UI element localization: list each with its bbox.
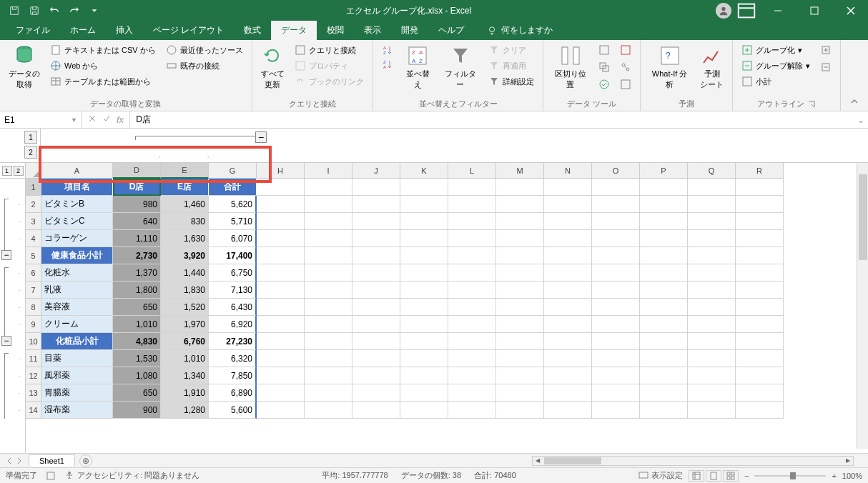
ribbon-display-icon[interactable] [736, 0, 757, 21]
empty-cell[interactable] [496, 230, 544, 247]
tab-home[interactable]: ホーム [60, 21, 106, 40]
empty-cell[interactable] [352, 384, 400, 402]
empty-cell[interactable] [305, 179, 352, 196]
empty-cell[interactable] [544, 196, 592, 213]
tab-help[interactable]: ヘルプ [428, 21, 474, 40]
total-cell[interactable]: 5,600 [209, 402, 257, 419]
empty-cell[interactable] [544, 247, 592, 264]
text-to-columns-button[interactable]: 区切り位置 [549, 43, 591, 91]
page-break-view-button[interactable] [723, 470, 739, 482]
empty-cell[interactable] [496, 350, 544, 367]
empty-cell[interactable] [400, 350, 448, 367]
empty-cell[interactable] [400, 282, 448, 299]
empty-cell[interactable] [496, 179, 544, 196]
column-header[interactable]: N [544, 163, 592, 179]
item-cell[interactable]: 湿布薬 [41, 402, 113, 419]
tell-me-search[interactable]: 何をしますか [481, 21, 558, 40]
empty-cell[interactable] [640, 196, 688, 213]
tab-review[interactable]: 校閲 [317, 21, 354, 40]
empty-cell[interactable] [736, 333, 784, 350]
item-cell[interactable]: 美容液 [41, 299, 113, 316]
tab-file[interactable]: ファイル [6, 21, 60, 40]
empty-cell[interactable] [305, 299, 352, 316]
empty-cell[interactable] [400, 367, 448, 384]
empty-cell[interactable] [592, 299, 640, 316]
column-header[interactable]: M [496, 163, 544, 179]
empty-cell[interactable] [736, 350, 784, 367]
column-header[interactable]: O [592, 163, 640, 179]
empty-cell[interactable] [400, 213, 448, 230]
empty-cell[interactable] [592, 282, 640, 299]
item-cell[interactable]: コラーゲン [41, 230, 113, 247]
display-settings-icon[interactable] [638, 471, 648, 481]
user-avatar-icon[interactable] [716, 3, 731, 19]
row-header[interactable]: 12 [26, 367, 41, 384]
empty-cell[interactable] [592, 247, 640, 264]
d-store-cell[interactable]: 1,800 [113, 282, 161, 299]
empty-cell[interactable] [688, 350, 736, 367]
save-icon[interactable] [27, 4, 41, 18]
empty-cell[interactable] [448, 299, 496, 316]
empty-cell[interactable] [352, 230, 400, 247]
empty-cell[interactable] [688, 282, 736, 299]
empty-cell[interactable] [352, 282, 400, 299]
row-header[interactable]: 1 [26, 179, 41, 196]
column-header[interactable]: G [209, 163, 257, 179]
row-header[interactable]: 9 [26, 316, 41, 333]
item-cell[interactable]: 風邪薬 [41, 367, 113, 384]
empty-cell[interactable] [688, 316, 736, 333]
empty-cell[interactable] [352, 402, 400, 419]
e-store-cell[interactable]: 1,280 [161, 402, 209, 419]
empty-cell[interactable] [592, 350, 640, 367]
column-header[interactable]: Q [688, 163, 736, 179]
redo-icon[interactable] [67, 4, 82, 18]
from-web-button[interactable]: Web から [47, 59, 159, 73]
row-header[interactable]: 14 [26, 402, 41, 419]
empty-cell[interactable] [448, 213, 496, 230]
cells[interactable]: 項目名D店E店合計ビタミンB9801,4605,620ビタミンC6408305,… [41, 179, 868, 419]
empty-cell[interactable] [257, 282, 305, 299]
empty-cell[interactable] [400, 333, 448, 350]
data-validation-button[interactable] [596, 77, 613, 91]
empty-cell[interactable] [400, 384, 448, 402]
zoom-thumb[interactable] [790, 472, 796, 479]
empty-cell[interactable] [592, 333, 640, 350]
empty-cell[interactable] [257, 367, 305, 384]
empty-cell[interactable] [592, 213, 640, 230]
row-header[interactable]: 3 [26, 213, 41, 230]
empty-cell[interactable] [305, 196, 352, 213]
header-cell[interactable]: 合計 [209, 179, 257, 196]
empty-cell[interactable] [352, 299, 400, 316]
empty-cell[interactable] [352, 213, 400, 230]
empty-cell[interactable] [544, 179, 592, 196]
consolidate-button[interactable] [617, 43, 634, 57]
name-box[interactable]: E1 ▼ [0, 111, 82, 128]
empty-cell[interactable] [352, 196, 400, 213]
forecast-button[interactable]: 予測 シート [697, 43, 726, 91]
total-cell[interactable]: 17,400 [209, 247, 257, 264]
minimize-button[interactable] [761, 0, 794, 21]
empty-cell[interactable] [592, 264, 640, 282]
empty-cell[interactable] [544, 367, 592, 384]
empty-cell[interactable] [448, 264, 496, 282]
empty-cell[interactable] [496, 333, 544, 350]
column-header[interactable]: R [736, 163, 784, 179]
empty-cell[interactable] [736, 402, 784, 419]
empty-cell[interactable] [257, 264, 305, 282]
close-button[interactable] [834, 0, 867, 21]
expand-formula-icon[interactable]: ⌄ [854, 115, 868, 125]
empty-cell[interactable] [592, 316, 640, 333]
column-header[interactable]: D [113, 163, 161, 179]
status-display[interactable]: 表示設定 [651, 470, 683, 481]
e-store-cell[interactable]: 1,910 [161, 384, 209, 402]
e-store-cell[interactable]: 1,440 [161, 264, 209, 282]
empty-cell[interactable] [544, 402, 592, 419]
empty-cell[interactable] [688, 247, 736, 264]
sheet-nav[interactable] [0, 457, 29, 464]
hide-detail-button[interactable] [817, 60, 834, 74]
empty-cell[interactable] [496, 367, 544, 384]
empty-cell[interactable] [400, 299, 448, 316]
empty-cell[interactable] [544, 350, 592, 367]
col-outline-level-1[interactable]: 1 [24, 131, 37, 144]
item-cell[interactable]: 胃腸薬 [41, 384, 113, 402]
